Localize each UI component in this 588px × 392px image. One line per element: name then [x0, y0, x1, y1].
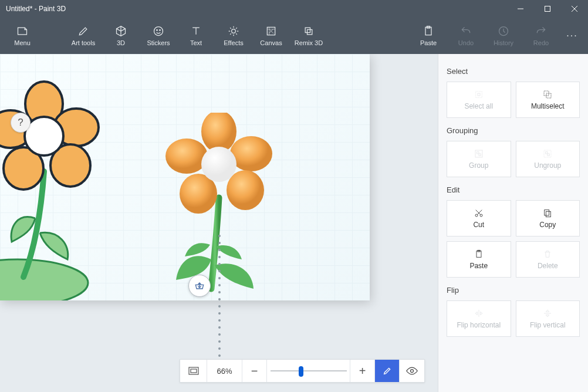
zoom-in-button[interactable]: + — [350, 360, 375, 382]
paste-panel-label: Paste — [469, 262, 488, 270]
stickers-label: Stickers — [147, 39, 170, 46]
view-mode-button[interactable] — [400, 360, 424, 382]
svg-rect-41 — [545, 209, 549, 215]
svg-rect-42 — [546, 211, 551, 217]
ungroup-button[interactable]: Ungroup — [516, 141, 580, 177]
workspace: ? 66% − + — [0, 54, 588, 392]
svg-point-13 — [0, 259, 88, 300]
svg-rect-27 — [191, 369, 197, 373]
more-button[interactable]: ··· — [560, 19, 584, 52]
svg-point-20 — [201, 113, 236, 153]
select-all-label: Select all — [464, 102, 493, 110]
help-label: ? — [18, 117, 23, 129]
art-tools-button[interactable]: Art tools — [65, 19, 102, 52]
svg-rect-29 — [475, 91, 482, 97]
svg-rect-35 — [479, 154, 481, 156]
svg-rect-38 — [548, 154, 549, 156]
svg-point-4 — [154, 27, 163, 36]
svg-point-25 — [201, 147, 236, 182]
svg-rect-9 — [307, 30, 312, 35]
svg-rect-26 — [189, 367, 198, 374]
fit-to-screen-button[interactable] — [180, 360, 207, 382]
canvas-area[interactable]: ? 66% − + — [0, 54, 438, 392]
cut-label: Cut — [473, 221, 484, 229]
zoom-bar: 66% − + — [180, 359, 425, 383]
maximize-button[interactable] — [534, 0, 561, 18]
grouping-section-label: Grouping — [447, 126, 580, 135]
svg-point-24 — [165, 138, 208, 174]
effects-label: Effects — [224, 39, 243, 46]
group-label: Group — [469, 161, 488, 170]
edit-mode-button[interactable] — [375, 360, 400, 382]
text-button[interactable]: Text — [177, 19, 215, 52]
window-title: Untitled* - Paint 3D — [0, 5, 507, 13]
svg-rect-30 — [478, 93, 480, 96]
ungroup-label: Ungroup — [534, 161, 561, 170]
svg-point-5 — [157, 30, 158, 31]
flower-2d — [0, 77, 117, 300]
flip-vertical-button[interactable]: Flip vertical — [516, 300, 580, 337]
paste-panel-button[interactable]: Paste — [447, 241, 511, 278]
undo-label: Undo — [458, 39, 474, 46]
stickers-button[interactable]: Stickers — [140, 19, 177, 52]
svg-rect-34 — [477, 151, 478, 153]
undo-button[interactable]: Undo — [447, 19, 485, 52]
paste-label: Paste — [420, 39, 437, 46]
main-toolbar: Menu Art tools 3D Stickers Text Effects … — [0, 18, 588, 54]
zoom-percent[interactable]: 66% — [207, 360, 242, 382]
paste-button[interactable]: Paste — [410, 19, 447, 52]
zoom-slider-thumb[interactable] — [299, 366, 303, 377]
select-section-label: Select — [447, 67, 580, 76]
zoom-out-button[interactable]: − — [242, 360, 267, 382]
menu-button[interactable]: Menu — [4, 19, 41, 52]
z-depth-handle[interactable] — [188, 275, 211, 297]
help-button[interactable]: ? — [11, 113, 31, 133]
flip-horizontal-label: Flip horizontal — [457, 321, 501, 329]
remix-3d-label: Remix 3D — [295, 39, 323, 46]
titlebar: Untitled* - Paint 3D — [0, 0, 588, 18]
cut-button[interactable]: Cut — [447, 200, 511, 236]
3d-label: 3D — [117, 39, 125, 46]
history-label: History — [494, 39, 513, 46]
menu-label: Menu — [14, 39, 31, 46]
art-tools-label: Art tools — [72, 39, 95, 46]
delete-button[interactable]: Delete — [516, 241, 580, 278]
flip-vertical-label: Flip vertical — [530, 321, 566, 329]
flip-horizontal-button[interactable]: Flip horizontal — [447, 300, 511, 337]
edit-section-label: Edit — [447, 185, 580, 194]
redo-button[interactable]: Redo — [522, 19, 560, 52]
select-all-button[interactable]: Select all — [447, 82, 511, 118]
svg-point-28 — [411, 370, 414, 373]
remix-3d-button[interactable]: Remix 3D — [290, 19, 327, 52]
svg-point-22 — [227, 170, 264, 210]
svg-point-7 — [232, 29, 236, 33]
text-label: Text — [190, 39, 202, 46]
canvas-button[interactable]: Canvas — [252, 19, 290, 52]
multiselect-label: Multiselect — [531, 102, 565, 110]
delete-label: Delete — [538, 262, 558, 270]
svg-rect-1 — [545, 6, 550, 12]
group-button[interactable]: Group — [447, 141, 511, 177]
flip-section-label: Flip — [447, 286, 580, 295]
zoom-slider[interactable] — [267, 360, 350, 382]
depth-guide-dots — [218, 230, 221, 361]
copy-label: Copy — [539, 221, 556, 229]
canvas-label: Canvas — [260, 39, 282, 46]
redo-label: Redo — [533, 39, 549, 46]
effects-button[interactable]: Effects — [215, 19, 252, 52]
svg-rect-8 — [305, 28, 310, 32]
multiselect-button[interactable]: Multiselect — [516, 82, 580, 118]
3d-button[interactable]: 3D — [102, 19, 140, 52]
side-panel: Select Select all Multiselect Grouping G… — [438, 54, 588, 392]
history-button[interactable]: History — [485, 19, 522, 52]
minimize-button[interactable] — [507, 0, 534, 18]
copy-button[interactable]: Copy — [516, 200, 580, 236]
svg-rect-37 — [546, 151, 548, 153]
close-button[interactable] — [561, 0, 588, 18]
flower-3d[interactable] — [153, 113, 293, 300]
svg-point-6 — [160, 30, 161, 31]
